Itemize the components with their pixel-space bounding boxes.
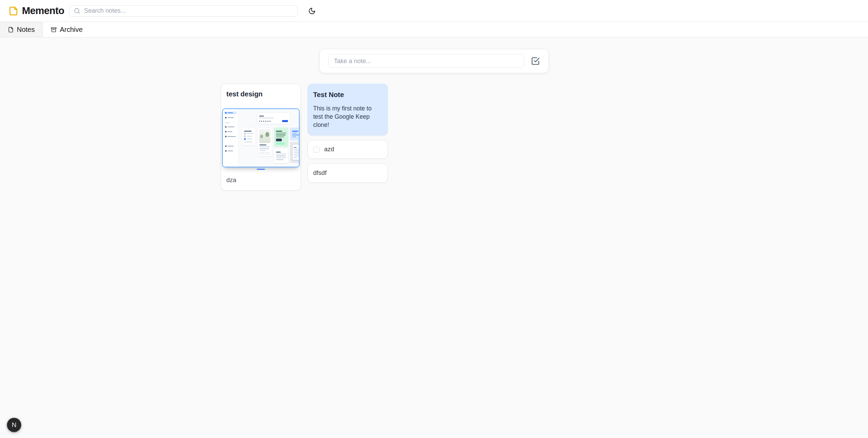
app-header: Memento bbox=[0, 0, 868, 22]
user-avatar-button[interactable]: N bbox=[7, 418, 21, 432]
note-thumbnail-image bbox=[222, 108, 300, 167]
thumbnail-mini-app-window bbox=[222, 108, 300, 167]
checklist-item-label: azd bbox=[324, 146, 334, 153]
search-input[interactable] bbox=[84, 7, 293, 14]
thumbnail-mini-sidebar bbox=[223, 109, 239, 167]
app-logo: Memento bbox=[8, 5, 64, 16]
checkbox-unchecked[interactable] bbox=[313, 146, 320, 153]
tab-archive-label: Archive bbox=[60, 26, 83, 34]
tab-bar: Notes Archive bbox=[0, 22, 868, 37]
note-card-azd[interactable]: azd bbox=[308, 140, 388, 159]
new-checklist-button[interactable] bbox=[531, 57, 540, 66]
note-composer bbox=[320, 49, 548, 73]
note-title: Test Note bbox=[313, 90, 382, 99]
search-box bbox=[69, 5, 298, 17]
main-content: test design bbox=[0, 49, 868, 191]
notes-column-1: test design bbox=[221, 84, 301, 191]
app-title: Memento bbox=[22, 5, 64, 16]
checklist-item: azd bbox=[308, 140, 387, 158]
note-card-test-note[interactable]: Test Note This is my first note to test … bbox=[308, 84, 388, 135]
moon-icon bbox=[308, 7, 316, 15]
theme-toggle-button[interactable] bbox=[305, 4, 319, 18]
tab-notes-label: Notes bbox=[17, 26, 35, 34]
thumbnail-mini-composer bbox=[257, 113, 290, 124]
note-title: test design bbox=[227, 90, 295, 98]
check-square-icon bbox=[531, 57, 540, 66]
note-body: dfsdf bbox=[313, 169, 382, 177]
take-a-note-input[interactable] bbox=[328, 54, 524, 68]
note-card-test-design[interactable]: test design bbox=[221, 84, 301, 191]
thumbnail-mini-cards bbox=[242, 128, 300, 163]
avatar-initial: N bbox=[12, 421, 16, 429]
tab-archive[interactable]: Archive bbox=[43, 22, 91, 37]
note-card-dfsdf[interactable]: dfsdf bbox=[308, 163, 388, 183]
note-body: dza bbox=[227, 177, 295, 184]
thumbnail-blue-dash bbox=[257, 169, 265, 170]
note-body: This is my first note to test the Google… bbox=[313, 104, 382, 129]
thumbnail-mini-main bbox=[239, 109, 300, 167]
tab-notes[interactable]: Notes bbox=[0, 22, 43, 37]
file-icon bbox=[8, 27, 14, 33]
notes-grid: test design bbox=[221, 84, 648, 191]
archive-icon bbox=[51, 27, 57, 33]
notes-column-2: Test Note This is my first note to test … bbox=[308, 84, 388, 183]
note-file-icon bbox=[8, 6, 19, 16]
search-icon bbox=[74, 8, 80, 14]
thumbnail-photo bbox=[259, 129, 270, 143]
